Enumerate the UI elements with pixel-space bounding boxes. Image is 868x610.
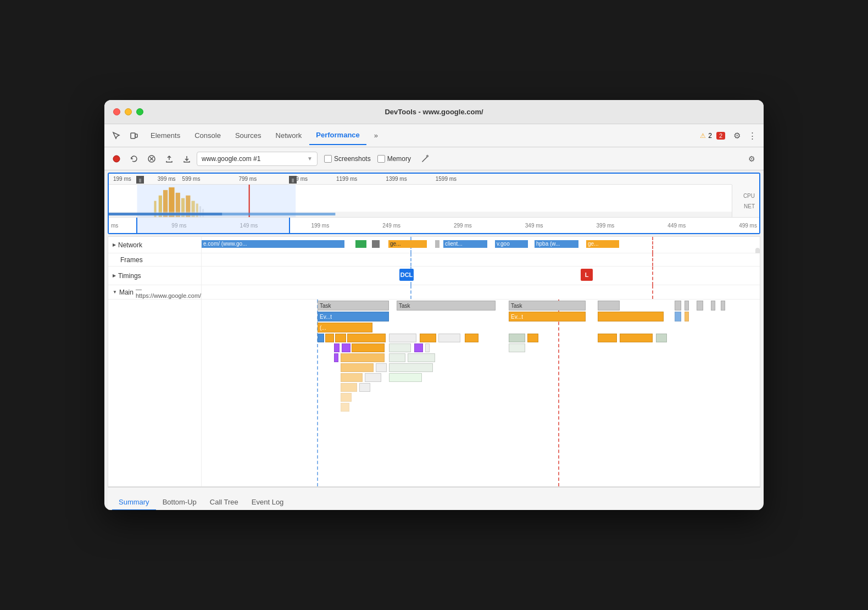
timeline-main: Network e.com/ (www.go... ge... client..… — [108, 236, 760, 487]
orange-deep-1[interactable] — [352, 343, 385, 352]
task-label-2: Task — [399, 303, 410, 309]
event-block-3[interactable] — [598, 312, 664, 321]
fr6-2[interactable] — [376, 363, 387, 372]
fr5-4[interactable] — [408, 353, 435, 362]
task-block-2[interactable]: Task — [397, 301, 496, 310]
b-499: 499 ms — [739, 223, 757, 229]
selection-bottom — [136, 218, 290, 233]
f4-1[interactable] — [318, 334, 324, 342]
tab-network[interactable]: Network — [269, 126, 309, 145]
network-expand-icon[interactable] — [113, 242, 116, 247]
f4-10[interactable] — [527, 334, 538, 342]
purple-3[interactable] — [414, 343, 423, 352]
flame-content: Task Task Task Ev...t Ev...t — [202, 300, 760, 486]
tab-more[interactable]: » — [368, 126, 385, 145]
right-task-5[interactable] — [721, 301, 725, 310]
f4-13[interactable] — [656, 334, 667, 342]
f4-4[interactable] — [347, 334, 386, 342]
f4-7[interactable] — [438, 334, 460, 342]
settings-icon[interactable]: ⚙ — [730, 129, 744, 143]
download-button[interactable] — [179, 151, 194, 167]
warning-count: 2 — [708, 132, 712, 140]
purple-2[interactable] — [342, 343, 350, 352]
func-block-1[interactable]: (... — [318, 323, 372, 332]
task-block-3[interactable]: Task — [509, 301, 586, 310]
right-ev-2[interactable] — [685, 312, 689, 321]
overview-panel: || 199 ms 399 ms || 599 ms 799 ms 999 ms… — [108, 173, 760, 234]
tab-elements[interactable]: Elements — [144, 126, 187, 145]
fr7-3[interactable] — [389, 373, 422, 382]
right-ev-1[interactable] — [675, 312, 681, 321]
flame-row-label — [108, 300, 202, 486]
tab-bottom-up[interactable]: Bottom-Up — [156, 495, 203, 510]
f4-6[interactable] — [420, 334, 436, 342]
fr9-1[interactable] — [341, 393, 352, 402]
bottom-tab-bar: Summary Bottom-Up Call Tree Event Log — [108, 487, 760, 510]
error-count: 2 — [716, 132, 725, 140]
memory-checkbox[interactable] — [377, 155, 385, 163]
right-task-2[interactable] — [685, 301, 689, 310]
event-block-2[interactable]: Ev...t — [509, 312, 586, 321]
purple-1[interactable] — [334, 343, 340, 352]
event-block-1[interactable]: Ev...t — [318, 312, 389, 321]
f4-3[interactable] — [335, 334, 346, 342]
record-button[interactable] — [109, 151, 124, 167]
right-labels: CPU NET — [732, 185, 759, 217]
net-bar-sep — [435, 240, 439, 248]
b-ms: ms — [111, 223, 118, 229]
timings-label: Timings — [118, 272, 141, 280]
f4-11[interactable] — [598, 334, 617, 342]
tab-performance[interactable]: Performance — [309, 126, 366, 145]
f4-12[interactable] — [620, 334, 653, 342]
fr8-2[interactable] — [359, 383, 370, 392]
light-1[interactable] — [389, 343, 411, 352]
fr5-2[interactable] — [341, 353, 385, 362]
light-2[interactable] — [425, 343, 430, 352]
network-scrollbar[interactable] — [755, 248, 760, 253]
task-label-1: Task — [320, 303, 331, 309]
tab-call-tree[interactable]: Call Tree — [203, 495, 245, 510]
close-button[interactable] — [113, 108, 120, 115]
f4-5[interactable] — [389, 334, 416, 342]
clear-button[interactable] — [144, 151, 159, 167]
f4-2[interactable] — [325, 334, 334, 342]
f4-9[interactable] — [509, 334, 525, 342]
b-249: 249 ms — [382, 223, 400, 229]
main-row-label: Main — https://www.google.com/ — [108, 285, 202, 299]
task-block-4[interactable] — [598, 301, 620, 310]
fr8-1[interactable] — [341, 383, 357, 392]
fr5-3[interactable] — [389, 353, 405, 362]
tab-sources[interactable]: Sources — [229, 126, 268, 145]
reload-record-button[interactable] — [126, 151, 142, 167]
right-task-1[interactable] — [675, 301, 681, 310]
minimize-button[interactable] — [125, 108, 132, 115]
task-block-1[interactable]: Task — [318, 301, 389, 310]
tab-summary[interactable]: Summary — [112, 495, 156, 510]
fr6-1[interactable] — [341, 363, 374, 372]
fr6-3[interactable] — [389, 363, 433, 372]
main-expand-icon[interactable] — [113, 290, 117, 295]
brush-icon[interactable] — [418, 151, 433, 167]
tab-event-log[interactable]: Event Log — [245, 495, 291, 510]
fr7-2[interactable] — [365, 373, 381, 382]
maximize-button[interactable] — [136, 108, 143, 115]
device-icon[interactable] — [126, 128, 142, 143]
f4-8[interactable] — [465, 334, 478, 342]
tab-console[interactable]: Console — [188, 126, 227, 145]
fr10-1[interactable] — [341, 403, 349, 412]
right-task-4[interactable] — [711, 301, 715, 310]
timings-row-label: Timings — [108, 267, 202, 285]
inspect-icon[interactable] — [109, 128, 124, 143]
toolbar-settings-icon[interactable]: ⚙ — [744, 151, 759, 167]
more-options-icon[interactable]: ⋮ — [745, 129, 759, 143]
timings-expand-icon[interactable] — [113, 273, 116, 278]
light-3[interactable] — [509, 343, 525, 352]
screenshots-checkbox[interactable] — [324, 155, 332, 163]
right-task-3[interactable] — [697, 301, 703, 310]
fr7-1[interactable] — [341, 373, 363, 382]
url-selector[interactable]: www.google.com #1 ▼ — [197, 152, 318, 166]
fr5-1[interactable] — [334, 353, 338, 362]
upload-button[interactable] — [162, 151, 177, 167]
net-bar-hpba: hpba (w... — [535, 240, 578, 248]
event-label-2: Ev...t — [511, 314, 523, 320]
